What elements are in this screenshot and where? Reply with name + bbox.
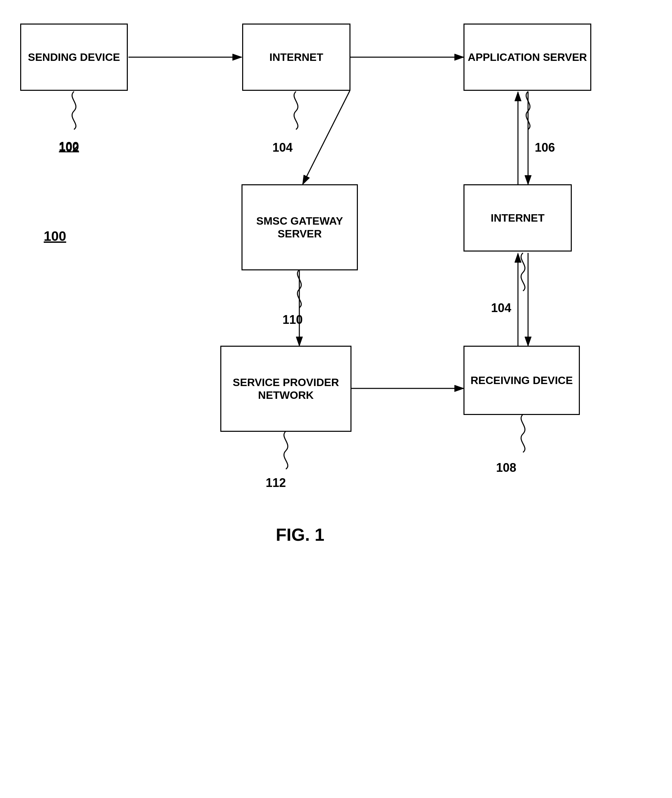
label-110: 110 [283,313,303,327]
figure-label: FIG. 1 [276,525,324,545]
application-server-label: APPLICATION SERVER [468,51,587,64]
label-112: 112 [266,476,286,490]
sending-device-label: SENDING DEVICE [28,51,120,64]
label-108: 108 [496,461,516,475]
service-provider-label: SERVICE PROVIDER NETWORK [221,376,350,402]
smsc-gateway-box: SMSC GATEWAY SERVER [242,184,358,270]
receiving-device-label: RECEIVING DEVICE [470,374,573,387]
smsc-gateway-label: SMSC GATEWAY SERVER [243,214,357,240]
label-102: 102 [59,141,79,155]
internet-right-label: INTERNET [491,211,544,224]
internet-right-box: INTERNET [464,184,572,251]
service-provider-box: SERVICE PROVIDER NETWORK [220,346,352,432]
application-server-box: APPLICATION SERVER [464,24,591,91]
internet-top-label: INTERNET [269,51,323,64]
svg-line-4 [303,91,350,184]
label-106: 106 [535,141,555,155]
label-104-right: 104 [491,301,511,315]
label-100: 100 [44,229,66,244]
receiving-device-box: RECEIVING DEVICE [464,346,580,415]
sending-device-box: SENDING DEVICE [20,24,128,91]
label-104-top: 104 [272,141,293,155]
diagram-container: SENDING DEVICE INTERNET APPLICATION SERV… [0,0,672,798]
internet-top-box: INTERNET [242,24,350,91]
